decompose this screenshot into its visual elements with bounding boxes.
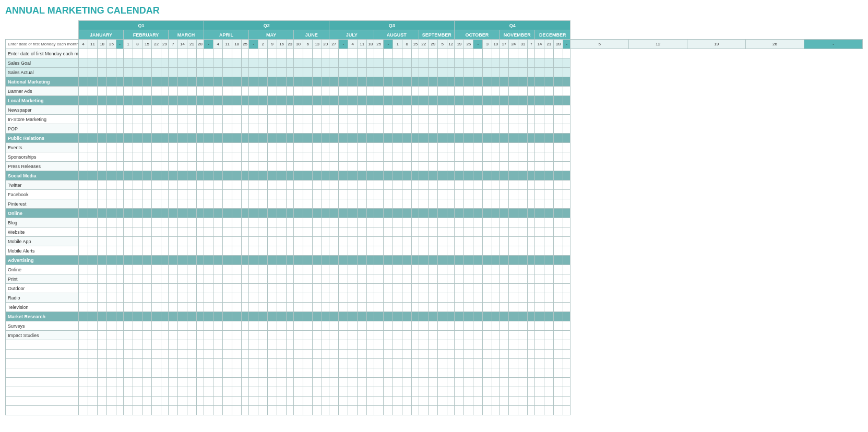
data-cell[interactable] <box>152 256 161 265</box>
data-cell[interactable] <box>348 237 358 246</box>
data-cell[interactable] <box>500 321 509 331</box>
data-cell[interactable] <box>554 134 563 143</box>
data-cell[interactable] <box>358 124 367 134</box>
data-cell[interactable] <box>419 87 429 96</box>
data-cell[interactable] <box>447 209 455 218</box>
data-cell[interactable] <box>402 134 412 143</box>
data-cell[interactable] <box>232 218 242 227</box>
data-cell[interactable] <box>419 331 429 340</box>
data-cell[interactable] <box>464 49 473 58</box>
data-cell[interactable] <box>374 96 384 105</box>
data-cell[interactable] <box>455 312 464 321</box>
data-cell[interactable] <box>223 152 232 162</box>
data-cell[interactable] <box>258 209 268 218</box>
data-cell[interactable] <box>133 359 142 368</box>
data-cell[interactable] <box>187 387 197 397</box>
data-cell[interactable] <box>277 96 287 105</box>
data-cell[interactable] <box>419 265 429 274</box>
data-cell[interactable] <box>79 284 88 293</box>
data-cell[interactable] <box>412 209 419 218</box>
data-cell[interactable] <box>116 265 124 274</box>
data-cell[interactable] <box>197 256 204 265</box>
data-cell[interactable] <box>367 96 374 105</box>
data-cell[interactable] <box>313 378 322 387</box>
data-cell[interactable] <box>483 171 492 181</box>
data-cell[interactable] <box>509 406 518 415</box>
data-cell[interactable] <box>419 368 429 378</box>
data-cell[interactable] <box>152 87 161 96</box>
data-cell[interactable] <box>483 359 492 368</box>
data-cell[interactable] <box>402 49 412 58</box>
data-cell[interactable] <box>169 152 178 162</box>
data-cell[interactable] <box>152 190 161 199</box>
data-cell[interactable] <box>402 181 412 190</box>
data-cell[interactable] <box>492 77 500 87</box>
date-cell[interactable]: 21 <box>187 40 197 49</box>
data-cell[interactable] <box>204 406 213 415</box>
data-cell[interactable] <box>258 331 268 340</box>
data-cell[interactable] <box>277 190 287 199</box>
data-cell[interactable] <box>483 87 492 96</box>
data-cell[interactable] <box>116 340 124 350</box>
data-cell[interactable] <box>500 152 509 162</box>
data-cell[interactable] <box>124 378 133 387</box>
data-cell[interactable] <box>402 227 412 237</box>
data-cell[interactable] <box>563 331 570 340</box>
data-cell[interactable] <box>204 350 213 359</box>
data-cell[interactable] <box>213 303 223 312</box>
data-cell[interactable] <box>374 359 384 368</box>
data-cell[interactable] <box>294 58 303 68</box>
data-cell[interactable] <box>213 190 223 199</box>
data-cell[interactable] <box>249 293 258 303</box>
data-cell[interactable] <box>303 368 313 378</box>
data-cell[interactable] <box>393 124 402 134</box>
data-cell[interactable] <box>438 321 447 331</box>
data-cell[interactable] <box>197 331 204 340</box>
data-cell[interactable] <box>213 331 223 340</box>
data-cell[interactable] <box>500 293 509 303</box>
data-cell[interactable] <box>258 350 268 359</box>
data-cell[interactable] <box>268 77 277 87</box>
data-cell[interactable] <box>473 58 483 68</box>
data-cell[interactable] <box>287 312 294 321</box>
data-cell[interactable] <box>455 256 464 265</box>
data-cell[interactable] <box>563 227 570 237</box>
data-cell[interactable] <box>339 387 348 397</box>
data-cell[interactable] <box>528 293 535 303</box>
data-cell[interactable] <box>258 218 268 227</box>
data-cell[interactable] <box>258 58 268 68</box>
data-cell[interactable] <box>509 397 518 406</box>
data-cell[interactable] <box>187 181 197 190</box>
data-cell[interactable] <box>393 406 402 415</box>
data-cell[interactable] <box>500 359 509 368</box>
data-cell[interactable] <box>563 237 570 246</box>
data-cell[interactable] <box>258 49 268 58</box>
data-cell[interactable] <box>429 378 438 387</box>
data-cell[interactable] <box>544 378 554 387</box>
data-cell[interactable] <box>429 284 438 293</box>
data-cell[interactable] <box>232 171 242 181</box>
data-cell[interactable] <box>242 190 249 199</box>
data-cell[interactable] <box>509 124 518 134</box>
data-cell[interactable] <box>142 199 152 209</box>
data-cell[interactable] <box>287 209 294 218</box>
data-cell[interactable] <box>447 331 455 340</box>
data-cell[interactable] <box>563 406 570 415</box>
data-cell[interactable] <box>412 274 419 284</box>
data-cell[interactable] <box>483 58 492 68</box>
data-cell[interactable] <box>348 397 358 406</box>
data-cell[interactable] <box>455 321 464 331</box>
data-cell[interactable] <box>438 49 447 58</box>
data-cell[interactable] <box>384 77 393 87</box>
data-cell[interactable] <box>447 237 455 246</box>
data-cell[interactable] <box>329 397 339 406</box>
data-cell[interactable] <box>402 397 412 406</box>
data-cell[interactable] <box>348 181 358 190</box>
data-cell[interactable] <box>187 265 197 274</box>
data-cell[interactable] <box>116 397 124 406</box>
data-cell[interactable] <box>384 105 393 115</box>
data-cell[interactable] <box>374 368 384 378</box>
data-cell[interactable] <box>88 303 98 312</box>
data-cell[interactable] <box>544 77 554 87</box>
data-cell[interactable] <box>518 256 528 265</box>
